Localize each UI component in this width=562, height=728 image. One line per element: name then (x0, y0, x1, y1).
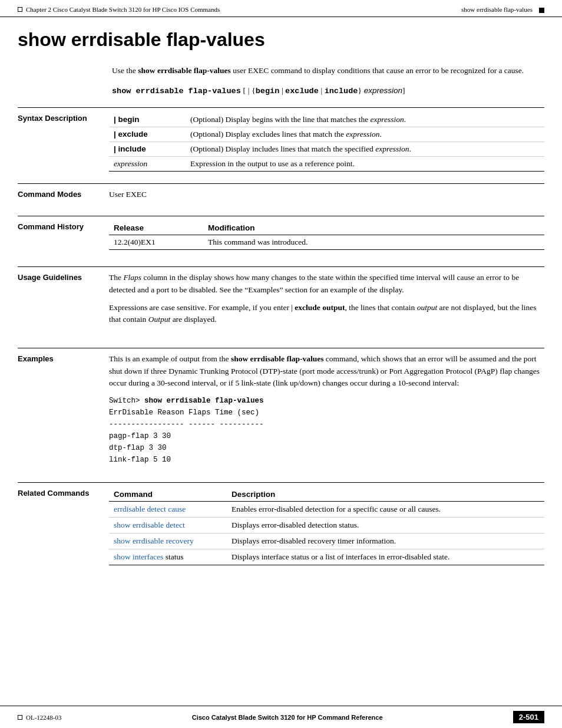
syntax-brace-close: } (358, 86, 361, 95)
related-desc-3: Displays error-disabled recovery timer i… (227, 533, 544, 549)
syntax-expression: expression (364, 86, 402, 95)
related-desc-1: Enables error-disabled detection for a s… (227, 502, 544, 518)
desc-begin: (Optional) Display begins with the line … (186, 113, 544, 127)
page-footer: OL-12248-03 Cisco Catalyst Blade Switch … (0, 706, 562, 728)
command-history-table: Release Modification 12.2(40)EX1 This co… (109, 221, 544, 250)
related-commands-table: Command Description errdisable detect ca… (109, 487, 544, 565)
related-commands-content: Command Description errdisable detect ca… (109, 487, 544, 565)
doc-number: OL-12248-03 (26, 714, 62, 721)
table-row: expression Expression in the output to u… (109, 157, 544, 172)
syntax-bracket-open: [ (243, 86, 246, 95)
examples-label: Examples (18, 353, 109, 466)
history-header-row: Release Modification (109, 221, 544, 235)
term-exclude: | exclude (109, 127, 186, 142)
syntax-description-table: | begin (Optional) Display begins with t… (109, 113, 544, 172)
syntax-command: show errdisable flap-values (112, 87, 241, 95)
page-title: show errdisable flap-values (18, 29, 544, 51)
command-modes-content: User EXEC (109, 189, 544, 199)
code-line-2: ErrDisable Reason Flaps Time (sec) (109, 407, 544, 419)
term-include: | include (109, 142, 186, 157)
main-content: show errdisable flap-values Use the show… (0, 17, 562, 624)
header-left: Chapter 2 Cisco Catalyst Blade Switch 31… (18, 6, 220, 13)
related-cmd-link-1[interactable]: errdisable detect cause (114, 505, 186, 513)
usage-para-2: Expressions are case sensitive. For exam… (109, 302, 544, 326)
related-cmd-link-2[interactable]: show errdisable detect (114, 521, 185, 529)
table-row: | include (Optional) Display includes li… (109, 142, 544, 157)
table-row: show interfaces status Displays interfac… (109, 549, 544, 565)
related-cmd-link-3[interactable]: show errdisable recovery (114, 536, 194, 545)
table-row: errdisable detect cause Enables error-di… (109, 502, 544, 518)
related-commands-section: Related Commands Command Description err… (18, 482, 544, 565)
page-header: Chapter 2 Cisco Catalyst Blade Switch 31… (0, 0, 562, 17)
syntax-description-label: Syntax Description (18, 113, 109, 172)
syntax-bracket-close: ] (402, 86, 405, 95)
command-modes-section: Command Modes User EXEC (18, 183, 544, 199)
syntax-begin: begin (256, 87, 280, 95)
code-block: Switch> show errdisable flap-values ErrD… (109, 395, 544, 466)
related-cmd-1: errdisable detect cause (109, 502, 227, 518)
table-row: show errdisable detect Displays error-di… (109, 518, 544, 533)
term-expression: expression (109, 157, 186, 172)
syntax-exclude: exclude (285, 87, 319, 95)
usage-guidelines-label: Usage Guidelines (18, 272, 109, 331)
footer-right: 2-501 (513, 711, 544, 723)
header-square-right-icon (539, 8, 544, 13)
table-row: | exclude (Optional) Display excludes li… (109, 127, 544, 142)
related-cmd-link-4[interactable]: show interfaces (114, 552, 163, 561)
footer-center: Cisco Catalyst Blade Switch 3120 for HP … (192, 714, 383, 721)
history-release: 12.2(40)EX1 (109, 235, 203, 250)
table-row: show errdisable recovery Displays error-… (109, 533, 544, 549)
header-right: show errdisable flap-values (461, 6, 544, 13)
related-header-row: Command Description (109, 487, 544, 502)
syntax-pipe: | (248, 86, 250, 95)
desc-exclude: (Optional) Display excludes lines that m… (186, 127, 544, 142)
history-col-release: Release (109, 221, 203, 235)
related-cmd-3: show errdisable recovery (109, 533, 227, 549)
related-col-command: Command (109, 487, 227, 502)
code-line-4: pagp-flap 3 30 (109, 430, 544, 442)
usage-para-1: The Flaps column in the display shows ho… (109, 272, 544, 296)
syntax-include: include (325, 87, 358, 95)
code-line-3: ----------------- ------ ---------- (109, 419, 544, 430)
description-paragraph: Use the show errdisable flap-values user… (112, 65, 544, 77)
related-desc-4: Displays interface status or a list of i… (227, 549, 544, 565)
code-line-1: Switch> show errdisable flap-values (109, 395, 544, 407)
syntax-line: show errdisable flap-values [ | {begin |… (112, 86, 544, 95)
header-square-icon (18, 7, 22, 12)
footer-square-icon (18, 715, 22, 720)
examples-section: Examples This is an example of output fr… (18, 348, 544, 466)
footer-center-text: Cisco Catalyst Blade Switch 3120 for HP … (192, 714, 383, 721)
examples-content: This is an example of output from the sh… (109, 353, 544, 466)
related-cmd-2: show errdisable detect (109, 518, 227, 533)
history-modification: This command was introduced. (203, 235, 544, 250)
syntax-description-section: Syntax Description | begin (Optional) Di… (18, 107, 544, 172)
chapter-text: Chapter 2 Cisco Catalyst Blade Switch 31… (26, 6, 220, 13)
related-desc-2: Displays error-disabled detection status… (227, 518, 544, 533)
command-history-section: Command History Release Modification 12.… (18, 216, 544, 250)
code-line-6: link-flap 5 10 (109, 454, 544, 466)
header-right-text: show errdisable flap-values (461, 6, 533, 13)
command-history-label: Command History (18, 221, 109, 250)
related-commands-label: Related Commands (18, 487, 109, 565)
syntax-description-content: | begin (Optional) Display begins with t… (109, 113, 544, 172)
table-row: 12.2(40)EX1 This command was introduced. (109, 235, 544, 250)
page-number: 2-501 (513, 711, 544, 723)
command-modes-label: Command Modes (18, 189, 109, 199)
term-begin: | begin (109, 113, 186, 127)
description-bold-command: show errdisable flap-values (138, 66, 231, 75)
footer-left: OL-12248-03 (18, 714, 62, 721)
usage-guidelines-content: The Flaps column in the display shows ho… (109, 272, 544, 331)
usage-guidelines-section: Usage Guidelines The Flaps column in the… (18, 266, 544, 331)
code-line-5: dtp-flap 3 30 (109, 442, 544, 454)
command-modes-value: User EXEC (109, 189, 544, 199)
command-history-content: Release Modification 12.2(40)EX1 This co… (109, 221, 544, 250)
related-col-desc: Description (227, 487, 544, 502)
desc-include: (Optional) Display includes lines that m… (186, 142, 544, 157)
related-cmd-4: show interfaces status (109, 549, 227, 565)
table-row: | begin (Optional) Display begins with t… (109, 113, 544, 127)
desc-expression: Expression in the output to use as a ref… (186, 157, 544, 172)
related-cmd-4-status: status (166, 552, 184, 561)
examples-intro: This is an example of output from the sh… (109, 353, 544, 389)
history-col-modification: Modification (203, 221, 544, 235)
